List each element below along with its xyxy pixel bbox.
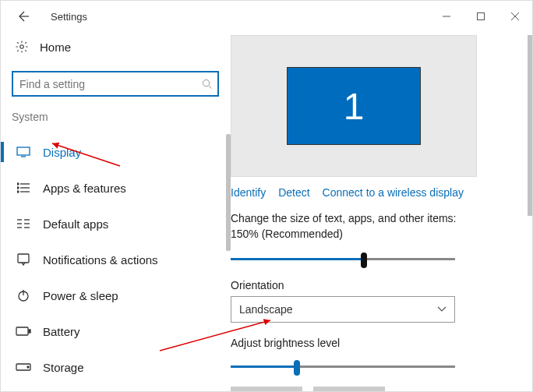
nav-item-battery[interactable]: Battery: [12, 313, 219, 349]
nav-label: Display: [43, 146, 81, 159]
apply-button[interactable]: Apply: [231, 387, 302, 392]
orientation-label: Orientation: [231, 279, 523, 291]
orientation-select[interactable]: Landscape: [231, 296, 455, 323]
nav-item-apps[interactable]: Apps & features: [12, 170, 219, 206]
home-label: Home: [40, 41, 71, 54]
svg-point-12: [17, 183, 19, 185]
svg-point-14: [17, 191, 19, 192]
content-scrollbar[interactable]: [528, 35, 532, 216]
nav-item-notifications[interactable]: Notifications & actions: [12, 242, 219, 277]
titlebar: Settings: [1, 1, 532, 32]
svg-point-4: [20, 45, 24, 49]
storage-icon: [12, 363, 35, 371]
chevron-down-icon: [437, 306, 447, 313]
monitor-icon: [12, 147, 35, 157]
svg-rect-21: [18, 254, 29, 263]
monitor-1[interactable]: 1: [287, 67, 421, 145]
brightness-label: Adjust brightness level: [231, 337, 523, 349]
section-label: System: [12, 111, 231, 123]
nav-label: Battery: [43, 325, 80, 338]
orientation-value: Landscape: [239, 303, 293, 316]
nav-label: Storage: [43, 361, 84, 374]
back-button[interactable]: [15, 9, 30, 24]
svg-point-13: [17, 187, 19, 189]
search-box[interactable]: [12, 71, 219, 97]
power-icon: [12, 289, 35, 302]
gear-icon: [12, 40, 32, 54]
search-input[interactable]: [13, 78, 197, 90]
display-preview: 1: [231, 35, 477, 177]
nav-item-display[interactable]: Display: [12, 134, 219, 170]
grid-icon: [12, 218, 35, 229]
search-icon: [197, 79, 217, 90]
svg-point-5: [203, 79, 209, 86]
nav-label: Default apps: [43, 217, 108, 231]
battery-icon: [12, 327, 35, 336]
brightness-slider[interactable]: [231, 358, 455, 376]
notification-icon: [12, 253, 35, 266]
svg-rect-1: [478, 13, 485, 20]
cancel-button[interactable]: Cancel: [313, 387, 385, 392]
svg-rect-7: [17, 147, 30, 155]
maximize-button[interactable]: [464, 4, 498, 29]
nav-item-power[interactable]: Power & sleep: [12, 277, 219, 313]
display-links: Identify Detect Connect to a wireless di…: [231, 186, 523, 199]
list-icon: [12, 182, 35, 193]
identify-link[interactable]: Identify: [231, 186, 266, 199]
nav-item-default-apps[interactable]: Default apps: [12, 206, 219, 242]
sidebar: Home System Display Apps & features Defa…: [1, 32, 231, 391]
wireless-display-link[interactable]: Connect to a wireless display: [323, 186, 464, 199]
nav-label: Notifications & actions: [43, 253, 158, 267]
svg-rect-24: [16, 327, 28, 335]
nav-item-storage[interactable]: Storage: [12, 349, 219, 385]
scale-slider[interactable]: [231, 251, 455, 268]
nav: Display Apps & features Default apps Not…: [12, 134, 231, 385]
scale-label: Change the size of text, apps, and other…: [231, 211, 477, 242]
svg-rect-25: [29, 330, 30, 333]
svg-line-6: [209, 86, 212, 89]
content: 1 Identify Detect Connect to a wireless …: [231, 32, 532, 391]
nav-label: Apps & features: [43, 182, 126, 195]
window-controls: [429, 4, 532, 29]
nav-label: Power & sleep: [43, 289, 118, 302]
svg-point-27: [27, 366, 29, 368]
button-row: Apply Cancel: [231, 387, 523, 392]
window-title: Settings: [51, 11, 87, 23]
close-button[interactable]: [498, 4, 532, 29]
minimize-button[interactable]: [429, 4, 464, 29]
home-row[interactable]: Home: [12, 32, 231, 62]
detect-link[interactable]: Detect: [278, 186, 309, 199]
